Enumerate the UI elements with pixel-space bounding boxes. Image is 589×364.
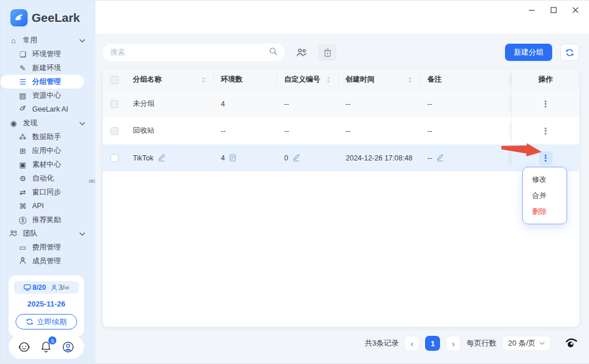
dollar-circle-icon: $: [18, 215, 28, 224]
content: 新建分组 分组名称 环境数 自定义编号: [95, 34, 589, 363]
card-icon: ▭: [18, 243, 28, 252]
scatter-icon: ⁂: [18, 133, 28, 141]
shelf-icon: ▤: [18, 91, 28, 100]
sidebar-collapse-icon[interactable]: ««: [88, 176, 94, 185]
sidebar-item-data-assistant[interactable]: ⁂数据助手: [1, 130, 95, 144]
close-button[interactable]: [567, 3, 584, 16]
column-group-name[interactable]: 分组名称: [126, 69, 214, 90]
column-remark: 备注: [420, 69, 511, 90]
search-box: [103, 44, 285, 61]
row-actions-button[interactable]: ⋮: [538, 97, 553, 110]
quota-usage: 8/20 3/∞: [14, 281, 79, 294]
sidebar-item-resource-center[interactable]: ▤资源中心: [1, 89, 95, 102]
row-checkbox: [110, 127, 118, 135]
row-actions-button[interactable]: ⋮: [538, 124, 553, 137]
red-pointer-arrow: [500, 142, 544, 164]
next-page-button[interactable]: ›: [446, 336, 461, 351]
sidebar-section-team[interactable]: 团队: [1, 227, 95, 240]
menu-item-modify[interactable]: 修改: [523, 171, 567, 187]
sidebar-item-geelark-ai[interactable]: GeeLark AI: [1, 102, 95, 116]
search-input[interactable]: [110, 48, 269, 56]
group-name: TikTok: [133, 154, 154, 162]
delete-button[interactable]: [318, 44, 336, 61]
refresh-icon: [565, 48, 574, 57]
column-created-at[interactable]: 创建时间: [339, 69, 420, 90]
sidebar-item-window-sync[interactable]: ⇄窗口同步: [1, 185, 95, 199]
sidebar-item-group-management[interactable]: ☰分组管理: [1, 75, 84, 89]
new-group-button[interactable]: 新建分组: [505, 44, 552, 61]
sidebar-item-member-management[interactable]: 成员管理: [1, 254, 95, 268]
chevron-down-icon: [79, 119, 85, 127]
menu-item-merge[interactable]: 合并: [523, 187, 567, 204]
sidebar-item-cost-management[interactable]: ▭费用管理: [1, 240, 95, 254]
home-icon: ⌂: [9, 36, 18, 45]
headset-face-icon: [18, 341, 30, 353]
list-icon: ☰: [18, 78, 28, 86]
view-environments-button[interactable]: [230, 154, 236, 162]
prev-page-button[interactable]: ‹: [404, 336, 419, 351]
geelark-bird-icon: [10, 9, 28, 26]
custom-id: --: [277, 117, 339, 144]
created-at: 2024-12-26 17:08:48: [339, 144, 420, 171]
sidebar-section-common[interactable]: ⌂ 常用: [1, 33, 95, 47]
sort-icon[interactable]: [408, 76, 412, 83]
sidebar-item-material-center[interactable]: ▣素材中心: [1, 158, 95, 171]
file-list-icon: [230, 154, 236, 162]
windows-icon: ❏: [18, 50, 28, 59]
edit-remark-button[interactable]: [437, 154, 443, 162]
row-checkbox[interactable]: [110, 154, 118, 162]
column-operation: 操作: [511, 69, 579, 90]
notifications-button[interactable]: 5: [39, 339, 53, 354]
groups-table: 分组名称 环境数 自定义编号 创建时间 备注 操作: [103, 69, 579, 327]
expire-date: 2025-11-26: [14, 300, 79, 308]
edit-name-button[interactable]: [158, 154, 165, 162]
account-button[interactable]: [61, 339, 76, 354]
person-icon: [51, 285, 57, 291]
env-count: 4: [221, 154, 225, 162]
row-actions-menu: 修改 合并 删除: [522, 167, 567, 224]
merge-groups-button[interactable]: [293, 44, 310, 61]
maximize-button[interactable]: [545, 3, 562, 16]
sync-icon: ⇄: [18, 188, 28, 197]
select-all-checkbox[interactable]: [110, 76, 118, 84]
sidebar-section-discover[interactable]: ◉ 发现: [1, 116, 95, 130]
support-button[interactable]: [17, 339, 32, 354]
geelark-floating-widget[interactable]: [564, 338, 578, 350]
table-row[interactable]: 未分组 4 -- -- -- ⋮: [103, 90, 579, 117]
minimize-button[interactable]: [523, 3, 540, 16]
page-1-button[interactable]: 1: [425, 336, 440, 351]
sidebar-item-api[interactable]: ⌘API: [1, 199, 95, 213]
renew-button[interactable]: 立即续期: [16, 314, 77, 329]
search-icon: [269, 47, 277, 58]
people-icon: [9, 229, 18, 238]
column-custom-id[interactable]: 自定义编号: [277, 69, 339, 90]
created-at: --: [339, 90, 420, 117]
brand-name: GeeLark: [32, 11, 80, 25]
sidebar-item-operation-log[interactable]: ≣操作日志: [1, 268, 95, 270]
custom-id: --: [277, 90, 339, 117]
table-row[interactable]: 回收站 -- -- -- -- ⋮: [103, 117, 579, 144]
eye-icon: ◉: [9, 119, 18, 128]
edit-custom-id-button[interactable]: [293, 154, 300, 162]
pagination: 共3条记录 ‹ 1 › 每页行数 20 条/页: [103, 327, 579, 360]
sidebar-item-referral-rewards[interactable]: $推荐奖励: [1, 213, 95, 227]
refresh-button[interactable]: [560, 44, 579, 61]
group-name: 回收站: [126, 117, 214, 144]
refresh-icon: [26, 318, 33, 325]
sidebar: GeeLark ⌂ 常用 ❏环境管理 ✎新建环境 ☰分组管理 ▤资源中心 Gee…: [1, 1, 95, 363]
sidebar-item-env-management[interactable]: ❏环境管理: [1, 47, 95, 61]
window-controls: [523, 3, 584, 16]
page-size-select[interactable]: 20 条/页: [502, 336, 550, 351]
sidebar-item-app-center[interactable]: ⊞应用中心: [1, 144, 95, 158]
sort-icon[interactable]: [326, 76, 331, 83]
sidebar-item-new-env[interactable]: ✎新建环境: [1, 61, 95, 75]
menu-item-delete[interactable]: 删除: [523, 204, 567, 220]
column-env-count: 环境数: [214, 69, 277, 90]
custom-id: 0: [284, 154, 288, 162]
sidebar-item-automation[interactable]: ⚙自动化: [1, 171, 95, 185]
device-icon: [24, 284, 31, 291]
group-name: 未分组: [126, 90, 214, 117]
sort-icon[interactable]: [201, 76, 206, 83]
total-records: 共3条记录: [365, 338, 399, 348]
people-icon: [296, 48, 307, 56]
